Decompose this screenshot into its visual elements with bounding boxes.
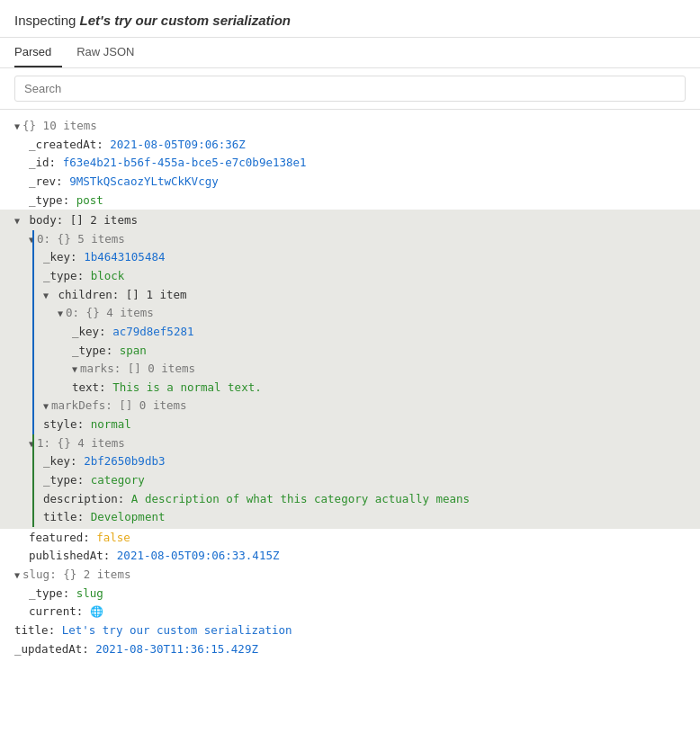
body-item1-key: _key: 2bf2650b9db3 (14, 452, 686, 471)
slug-type-row: _type: slug (14, 585, 686, 603)
tabs-bar: Parsed Raw JSON (0, 38, 700, 68)
slug-type-val: slug (76, 585, 103, 603)
children-item0-key: _key: ac79d8ef5281 (14, 323, 686, 342)
body-item1-type: _type: category (14, 471, 686, 490)
children-item0-type-val: span (120, 342, 147, 361)
type-value: post (76, 192, 103, 210)
body-item1-node: ▼ 1: {} 4 items (14, 434, 686, 453)
body-item0-key: _key: 1b4643105484 (14, 248, 686, 267)
body-node: ▼ body: [] 2 items (14, 211, 686, 230)
header-title: Inspecting Let's try our custom serializ… (14, 13, 291, 28)
tab-parsed[interactable]: Parsed (14, 38, 62, 67)
marks-toggle[interactable]: ▼ (72, 362, 77, 378)
search-bar (0, 68, 700, 110)
root-title-row: title: Let's try our custom serializatio… (14, 621, 686, 640)
markdefs-node: ▼ markDefs: [] 0 items (14, 397, 686, 416)
body-item0-type: _type: block (14, 267, 686, 286)
root-meta: {} 10 items (22, 117, 97, 136)
root-node: ▼ {} 10 items (14, 117, 686, 136)
markdefs-toggle[interactable]: ▼ (43, 399, 49, 415)
children-item0-key-val[interactable]: ac79d8ef5281 (112, 323, 193, 342)
marks-node: ▼ marks: [] 0 items (14, 360, 686, 379)
children-item0-toggle[interactable]: ▼ (58, 307, 63, 322)
rev-value[interactable]: 9MSTkQScaozYLtwCkKVcgy (69, 173, 219, 192)
text-row: text: This is a normal text. (14, 379, 686, 398)
created-at-value[interactable]: 2021-08-05T09:06:36Z (110, 136, 246, 155)
type-row: _type: post (14, 192, 686, 210)
text-val: This is a normal text. (112, 379, 262, 398)
body-item1-type-val: category (91, 471, 145, 490)
featured-row: featured: false (14, 529, 686, 548)
slug-current-row: current: 🌐 (14, 603, 686, 621)
slug-toggle[interactable]: ▼ (14, 568, 20, 584)
body-item0-meta: 0: {} 5 items (37, 230, 125, 249)
globe-icon: 🌐 (90, 603, 103, 621)
body-item0-type-val: block (91, 267, 125, 286)
body-item1-key-val[interactable]: 2bf2650b9db3 (84, 452, 165, 471)
rev-row: _rev: 9MSTkQScaozYLtwCkKVcgy (14, 173, 686, 192)
id-row: _id: f63e4b21-b56f-455a-bce5-e7c0b9e138e… (14, 154, 686, 173)
markdefs-meta: markDefs: [] 0 items (51, 397, 187, 416)
published-at-val[interactable]: 2021-08-05T09:06:33.415Z (117, 547, 280, 566)
children-item0-node: ▼ 0: {} 4 items (14, 304, 686, 323)
header: Inspecting Let's try our custom serializ… (0, 0, 700, 38)
tab-raw-json[interactable]: Raw JSON (76, 38, 145, 67)
children-item0-type: _type: span (14, 342, 686, 361)
published-at-row: publishedAt: 2021-08-05T09:06:33.415Z (14, 547, 686, 566)
root-title-val[interactable]: Let's try our custom serialization (62, 621, 292, 640)
style-row: style: normal (14, 416, 686, 434)
children-toggle[interactable]: ▼ (43, 289, 49, 304)
slug-meta: slug: {} 2 items (22, 566, 130, 585)
updated-at-val[interactable]: 2021-08-30T11:36:15.429Z (95, 640, 258, 659)
body-item0-node: ▼ 0: {} 5 items (14, 230, 686, 249)
marks-meta: marks: [] 0 items (80, 360, 195, 379)
tree-container: ▼ {} 10 items _createdAt: 2021-08-05T09:… (0, 110, 700, 666)
title-row: title: Development (14, 508, 686, 527)
description-val: A description of what this category actu… (131, 490, 470, 509)
title-val: Development (91, 508, 166, 527)
body-toggle[interactable]: ▼ (14, 214, 20, 229)
children-item0-meta: 0: {} 4 items (66, 304, 154, 323)
created-at-row: _createdAt: 2021-08-05T09:06:36Z (14, 136, 686, 155)
slug-node: ▼ slug: {} 2 items (14, 566, 686, 585)
style-val: normal (91, 416, 131, 434)
description-row: description: A description of what this … (14, 490, 686, 509)
id-value[interactable]: f63e4b21-b56f-455a-bce5-e7c0b9e138e1 (63, 154, 307, 173)
root-toggle[interactable]: ▼ (14, 120, 20, 135)
body-item0-key-val[interactable]: 1b4643105484 (84, 248, 165, 267)
updated-at-row: _updatedAt: 2021-08-30T11:36:15.429Z (14, 640, 686, 659)
search-input[interactable] (14, 76, 686, 102)
featured-val: false (96, 529, 130, 548)
body-item1-meta: 1: {} 4 items (37, 434, 125, 453)
children-node: ▼ children: [] 1 item (14, 286, 686, 305)
